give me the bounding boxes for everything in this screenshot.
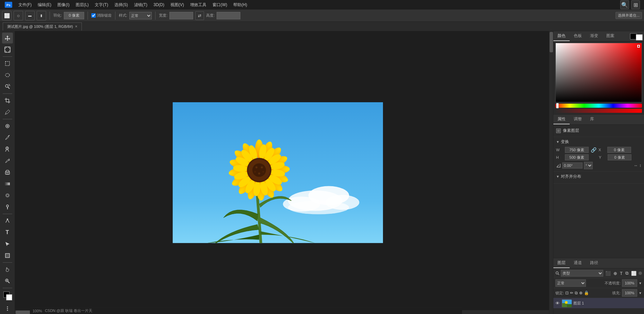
menu-edit[interactable]: 编辑(E) [35,1,54,9]
link-icon[interactable]: 🔗 [591,147,596,153]
align-section-title[interactable]: ▼ 对齐并分布 [556,174,641,179]
gradient-tool[interactable] [2,178,13,189]
swap-dimensions-button[interactable]: ⇄ [195,11,204,20]
canvas-area[interactable]: 100% CSDN @跟 耿瑞 卷出一片天 [15,31,553,314]
document-tab[interactable]: 测试图片.jpg @ 100% (图层 1, RGB/8#) × [3,22,82,31]
layer-blend-mode[interactable]: 正常 [555,279,586,287]
brush-tool[interactable] [2,132,13,143]
zoom-tool[interactable] [2,276,13,286]
ps-home-button[interactable]: Ps [2,0,15,10]
pen-tool[interactable] [2,215,13,226]
angle-input[interactable] [562,162,583,169]
flip-h-button[interactable]: ↔ [634,163,638,168]
h-input[interactable] [565,154,589,160]
feather-input[interactable] [64,12,84,19]
menu-window[interactable]: 窗口(W) [210,1,230,9]
opacity-arrow[interactable]: ▼ [639,281,642,285]
rectangular-marquee-left[interactable] [2,58,13,69]
workspace-button[interactable]: ⊞ [631,0,640,9]
text-tool[interactable]: T [2,227,13,238]
layer-filter-icon5[interactable]: ⬜ [630,270,637,277]
tab-close-button[interactable]: × [75,24,77,29]
tab-properties[interactable]: 属性 [553,115,570,124]
transform-section-title[interactable]: ▼ 变换 [556,139,641,145]
clone-tool[interactable] [2,144,13,155]
lock-paint-icon[interactable]: ✏ [570,291,573,295]
tab-gradients[interactable]: 渐变 [586,31,602,41]
lock-artboard-icon[interactable]: ⧉ [575,291,578,295]
layer-type-filter[interactable]: 类型 [561,270,603,277]
rectangular-marquee-tool[interactable]: ⬜ [2,11,12,20]
hue-slider[interactable] [555,104,642,108]
background-color[interactable] [6,294,12,300]
tab-channels[interactable]: 通道 [570,258,586,268]
x-input[interactable] [607,147,631,153]
menu-3d[interactable]: 3D(D) [151,1,167,8]
tab-adjustments[interactable]: 调整 [570,115,586,124]
alpha-slider[interactable] [555,109,642,113]
menu-plugins[interactable]: 增效工具 [187,1,209,9]
background-swatch[interactable] [636,34,643,40]
fill-input[interactable] [622,289,637,297]
menu-layer[interactable]: 图层(L) [73,1,92,9]
artboard-tool[interactable] [2,44,13,55]
menu-image[interactable]: 图像(I) [55,1,72,9]
search-button[interactable]: 🔍 [620,0,629,9]
tab-swatches[interactable]: 色板 [570,31,586,41]
lock-all-icon[interactable]: 🔒 [584,291,589,295]
color-gradient-picker[interactable] [555,43,642,102]
layer-filter-icon4[interactable]: ⧉ [625,270,629,277]
single-row-tool[interactable]: ▬ [25,11,35,20]
menu-filter[interactable]: 滤镜(T) [131,1,150,9]
tab-layers[interactable]: 图层 [553,258,570,268]
width-input[interactable] [169,12,193,19]
hue-slider-thumb[interactable] [556,103,559,108]
opacity-input[interactable] [622,279,637,287]
edit-toolbar-button[interactable] [2,303,13,314]
layer-item[interactable]: 👁 图层 1 [553,298,644,308]
lock-transparent-icon[interactable]: ⊡ [565,291,569,295]
lasso-tool[interactable] [2,70,13,81]
angle-unit-select[interactable]: ° [584,162,593,169]
menu-view[interactable]: 视图(V) [168,1,187,9]
height-input[interactable] [217,12,240,19]
y-input[interactable] [608,154,631,160]
layer-filter-icon1[interactable]: ⬛ [605,270,611,277]
select-and-mask-button[interactable]: 选择并遮住... [615,12,642,19]
quick-select-tool[interactable] [2,81,13,92]
vertical-scrollbar-thumb[interactable] [550,32,553,52]
anti-alias-checkbox[interactable] [91,13,96,18]
vertical-scrollbar[interactable] [549,31,553,314]
shape-tool[interactable] [2,250,13,261]
move-tool[interactable] [2,33,13,43]
hand-tool[interactable] [2,264,13,275]
fill-arrow[interactable]: ▼ [639,291,642,295]
tab-color[interactable]: 颜色 [553,31,570,41]
single-column-tool[interactable]: ▮ [37,11,46,20]
menu-help[interactable]: 帮助(H) [231,1,250,9]
dodge-tool[interactable] [2,202,13,212]
menu-select[interactable]: 选择(S) [112,1,131,9]
history-brush-tool[interactable] [2,155,13,166]
tab-paths[interactable]: 路径 [586,258,602,268]
heal-tool[interactable] [2,121,13,132]
eyedropper-tool[interactable] [2,107,13,118]
blur-tool[interactable] [2,190,13,201]
eraser-tool[interactable] [2,167,13,178]
style-select[interactable]: 正常 固定比例 固定大小 [129,12,152,19]
elliptical-marquee-tool[interactable]: ○ [14,11,23,20]
menu-type[interactable]: 文字(T) [92,1,111,9]
color-swatches-tool[interactable] [2,290,13,301]
lock-position-icon[interactable]: ⊕ [579,291,583,295]
tab-libraries[interactable]: 库 [586,115,598,124]
tab-patterns[interactable]: 图案 [602,31,619,41]
layer-visibility-toggle[interactable]: 👁 [555,301,560,306]
crop-tool[interactable] [2,95,13,106]
flip-v-button[interactable]: ↕ [639,163,641,168]
path-selection-tool[interactable] [2,239,13,249]
menu-file[interactable]: 文件(F) [16,1,34,9]
layer-filter-toggle[interactable] [639,272,642,275]
layer-filter-icon3[interactable]: T [619,270,623,277]
w-input[interactable] [565,147,589,153]
layer-filter-icon2[interactable]: ⊕ [613,270,618,277]
